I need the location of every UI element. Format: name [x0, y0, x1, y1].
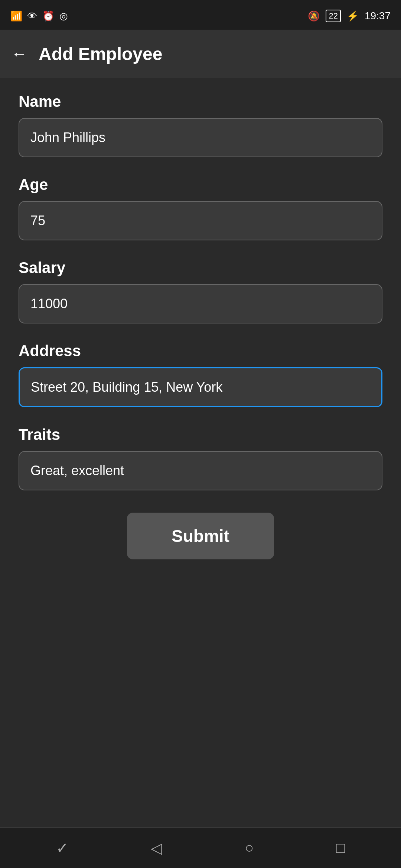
- signal-icon: 📶: [10, 10, 22, 22]
- eye-icon: 👁: [27, 10, 37, 22]
- salary-input[interactable]: [19, 284, 382, 323]
- address-field-group: Address: [19, 342, 382, 407]
- name-field-group: Name: [19, 93, 382, 157]
- status-left-icons: 📶 👁 ⏰ ◎: [10, 10, 68, 22]
- salary-label: Salary: [19, 259, 382, 277]
- age-input[interactable]: [19, 201, 382, 240]
- form-content: Name Age Salary Address Traits Submit: [0, 78, 401, 827]
- age-label: Age: [19, 176, 382, 194]
- charging-icon: ⚡: [347, 10, 359, 22]
- name-label: Name: [19, 93, 382, 111]
- alarm-icon: ⏰: [42, 10, 54, 22]
- nav-recents-icon[interactable]: □: [336, 839, 345, 856]
- app-bar: ← Add Employee: [0, 30, 401, 78]
- traits-label: Traits: [19, 426, 382, 444]
- time-display: 19:37: [365, 10, 391, 22]
- submit-container: Submit: [19, 513, 382, 559]
- wifi-icon: ◎: [59, 10, 68, 22]
- traits-field-group: Traits: [19, 426, 382, 490]
- address-label: Address: [19, 342, 382, 360]
- back-button[interactable]: ←: [11, 46, 27, 62]
- address-input[interactable]: [19, 367, 382, 407]
- submit-button[interactable]: Submit: [127, 513, 274, 559]
- status-bar: 📶 👁 ⏰ ◎ 🔕 22 ⚡ 19:37: [0, 0, 401, 30]
- nav-home-icon[interactable]: ○: [245, 839, 254, 856]
- page-title: Add Employee: [39, 44, 162, 64]
- traits-input[interactable]: [19, 451, 382, 490]
- bottom-navigation: ✓ ◁ ○ □: [0, 827, 401, 868]
- age-field-group: Age: [19, 176, 382, 240]
- salary-field-group: Salary: [19, 259, 382, 323]
- nav-checkmark-icon[interactable]: ✓: [56, 839, 69, 857]
- nav-back-icon[interactable]: ◁: [151, 839, 162, 857]
- name-input[interactable]: [19, 118, 382, 157]
- status-right-icons: 🔕 22 ⚡ 19:37: [308, 10, 391, 22]
- notification-icon: 🔕: [308, 10, 320, 22]
- battery-indicator: 22: [326, 10, 340, 22]
